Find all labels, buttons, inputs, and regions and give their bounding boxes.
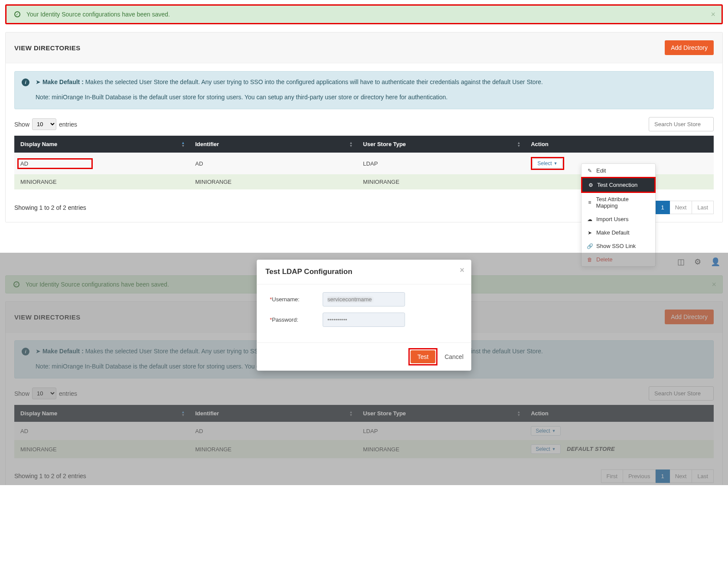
col-display-name[interactable]: Display Name▲▼ <box>14 136 189 153</box>
dropdown-make-default[interactable]: ➤Make Default <box>582 226 655 239</box>
action-select-button[interactable]: Select▼ <box>533 159 562 168</box>
col-action: Action <box>525 136 714 153</box>
col-user-store-type[interactable]: User Store Type▲▼ <box>357 136 525 153</box>
sliders-icon: ≡ <box>587 199 593 205</box>
type-cell: LDAP <box>357 153 525 174</box>
search-input[interactable] <box>649 117 714 131</box>
test-ldap-modal: Test LDAP Configuration × *Username: *Pa… <box>257 260 471 371</box>
type-cell: MINIORANGE <box>357 174 525 189</box>
entries-label: entries <box>59 121 77 128</box>
identifier-cell: AD <box>189 153 357 174</box>
col-identifier[interactable]: Identifier▲▼ <box>189 136 357 153</box>
info-box: i ➤ Make Default : Makes the selected Us… <box>14 71 714 109</box>
cancel-button[interactable]: Cancel <box>445 353 464 360</box>
dropdown-edit[interactable]: ✎Edit <box>582 164 655 177</box>
cloud-upload-icon: ☁ <box>587 216 593 222</box>
alert-success: ✓ Your Identity Source configurations ha… <box>5 4 723 24</box>
modal-close-icon[interactable]: × <box>460 266 465 275</box>
password-field[interactable] <box>323 313 405 327</box>
displayname-cell: AD <box>17 158 93 169</box>
dropdown-test-attribute[interactable]: ≡Test Attribute Mapping <box>582 192 655 212</box>
info-icon: i <box>22 78 29 86</box>
displayname-cell: MINIORANGE <box>14 174 189 189</box>
check-circle-icon: ✓ <box>14 11 20 17</box>
table-info: Showing 1 to 2 of 2 entries <box>14 204 86 211</box>
username-label: *Username: <box>270 296 323 303</box>
panel-title: VIEW DIRECTORIES <box>14 44 81 52</box>
info-note: Note: miniOrange In-Built Database is th… <box>36 93 705 102</box>
make-default-body: Makes the selected User Store the defaul… <box>84 78 543 85</box>
gears-icon: ⚙ <box>588 182 594 188</box>
dropdown-import-users[interactable]: ☁Import Users <box>582 212 655 226</box>
directories-panel: VIEW DIRECTORIES Add Directory i ➤ Make … <box>5 32 723 222</box>
page-last[interactable]: Last <box>692 201 714 214</box>
add-directory-button[interactable]: Add Directory <box>665 40 714 55</box>
page-next[interactable]: Next <box>670 201 692 214</box>
action-dropdown: ✎Edit ⚙Test Connection ≡Test Attribute M… <box>581 163 656 267</box>
username-field[interactable] <box>323 292 405 306</box>
make-default-lead: Make Default : <box>42 78 84 85</box>
dropdown-test-connection[interactable]: ⚙Test Connection <box>581 177 656 193</box>
cursor-icon: ➤ <box>587 230 593 236</box>
password-label: *Password: <box>270 316 323 323</box>
modal-title: Test LDAP Configuration <box>266 267 353 276</box>
entries-select[interactable]: 10 <box>32 118 56 130</box>
dropdown-show-sso[interactable]: 🔗Show SSO Link <box>582 239 655 253</box>
alert-close-icon[interactable]: × <box>711 10 715 19</box>
show-label: Show <box>14 121 29 128</box>
caret-down-icon: ▼ <box>554 161 558 166</box>
identifier-cell: MINIORANGE <box>189 174 357 189</box>
edit-icon: ✎ <box>587 168 593 174</box>
cursor-icon: ➤ <box>36 78 42 85</box>
link-icon: 🔗 <box>587 243 593 249</box>
alert-message: Your Identity Source configurations have… <box>26 11 170 18</box>
page-1[interactable]: 1 <box>656 201 670 214</box>
test-button[interactable]: Test <box>410 350 436 363</box>
